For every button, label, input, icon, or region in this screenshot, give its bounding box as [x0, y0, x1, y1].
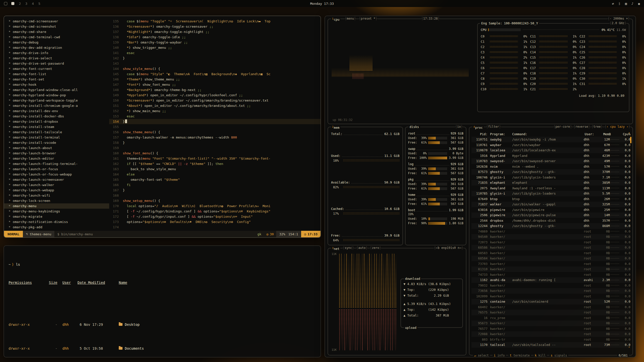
process-row[interactable]: 74733 kworker/ root 0B 0.0	[471, 272, 630, 278]
process-row[interactable]: 71835 elephant elephant dhh 385M 0.0	[471, 180, 630, 186]
code-line[interactable]: 151 *About*) open_in_editor ~/.config/om…	[109, 103, 320, 108]
code-line[interactable]: 136 *Screensaver*) omarchy-toggle-screen…	[109, 24, 320, 29]
code-line[interactable]: 154 }	[109, 119, 320, 124]
file-tree-item[interactable]: *omarchy-install-docker-dbs	[4, 114, 109, 119]
process-row[interactable]: 76575 kworker/ root 0B 0.0	[471, 310, 630, 315]
file-tree-item[interactable]: *omarchy-font-set	[4, 77, 109, 82]
code-line[interactable]: 156 show_theme_menu() {	[109, 129, 320, 135]
reverse-toggle[interactable]: reverse	[573, 125, 590, 129]
process-row[interactable]: 106746 glycin-i /usr/lib/glycin-loaders …	[471, 175, 630, 180]
process-row[interactable]: 2544 dropbox /home/dhh/.dropbox-dist dhh…	[471, 218, 630, 223]
code-line[interactable]: 172 [ -f ~/.config/hypr/input.conf ] && …	[109, 214, 320, 219]
code-line[interactable]: 135 case $(menu "Toggle" "☼ Screensaver\…	[109, 19, 320, 24]
process-row[interactable]: 110751 swaybg /usr/bin/swaybg -i /hom dh…	[471, 137, 630, 142]
code-line[interactable]: 162 if [[ "$theme" == "CNCLD" || -z "$th…	[109, 161, 320, 166]
process-row[interactable]: 110670 localsea /usr/lib/localsearch-ex …	[471, 148, 630, 153]
file-tree-item[interactable]: *omarchy-notification-dismiss	[4, 219, 109, 224]
process-row[interactable]: 73703 kworker/ root 0B 0.0	[471, 261, 630, 267]
process-row[interactable]: 16 rcu_pree root 0B 0.0	[471, 315, 630, 321]
net-zero-button[interactable]: zero	[370, 246, 381, 250]
code-line[interactable]: 145 case $(menu "Style" "◐ Theme\nA Font…	[109, 71, 320, 77]
proc-action-button[interactable]: i info	[493, 354, 506, 357]
code-line[interactable]: 169 show_setup_menu() {	[109, 198, 320, 203]
tree-toggle[interactable]: tree	[591, 125, 603, 129]
file-tree-item[interactable]: *omarchy-install-chromium-google-a	[4, 103, 109, 108]
file-tree-item[interactable]: *omarchy-install-steam	[4, 124, 109, 129]
scrollbar-thumb[interactable]	[630, 137, 631, 143]
code-line[interactable]: 165 omarchy-font-set "$theme"	[109, 177, 320, 182]
scroll-up-icon[interactable]: ↑	[628, 131, 630, 134]
per-core-toggle[interactable]: per-core	[553, 125, 572, 129]
process-row[interactable]: 12244 ghostty /usr/bin/ghostty --gtk- dh…	[471, 223, 630, 229]
terminal-window[interactable]: ~)ls Permissions Size User Date Modified…	[4, 245, 321, 357]
code-line[interactable]: 171 [ -f ~/.config/hypr/bindings.conf ] …	[109, 209, 320, 214]
file-tree-item[interactable]: *omarchy-install-tailscale	[4, 129, 109, 135]
process-row[interactable]: 74869 kworker/ root 0B 0.0	[471, 229, 630, 234]
file-tree-item[interactable]: *omarchy-migrate	[4, 214, 109, 219]
file-tree-item[interactable]: *omarchy-font-current	[4, 66, 109, 71]
file-tree-item[interactable]: *omarchy-drive-select	[4, 56, 109, 61]
file-tree-item[interactable]: *omarchy-lock-screen	[4, 198, 109, 203]
workspace-number[interactable]: 5	[38, 2, 41, 6]
file-tree-item[interactable]: *omarchy-install-dropbox	[4, 119, 109, 124]
proc-action-button[interactable]: ↵ select	[473, 354, 490, 357]
screenshot-region-icon[interactable]	[4, 2, 7, 5]
code-line[interactable]: 157 omarchy-launch-walker -m menus:omarc…	[109, 135, 320, 140]
code-line[interactable]: 137 *Nightlight*) omarchy-toggle-nightli…	[109, 29, 320, 34]
process-row[interactable]: 87573 ghostty /usr/bin/ghostty --gtk- dh…	[471, 169, 630, 175]
file-tree-item[interactable]: *omarchy-launch-or-focus-webapp	[4, 172, 109, 177]
code-line[interactable]: 159	[109, 145, 320, 151]
scroll-down-icon[interactable]: ↓	[628, 345, 630, 348]
code-line[interactable]: 160 show_font_menu() {	[109, 151, 320, 156]
code-line[interactable]: 147 *Font*) show_font_menu ;;	[109, 82, 320, 87]
code-line[interactable]: 163 back_to show_style_menu	[109, 166, 320, 172]
process-row[interactable]: 2075 Xwayland Xwayland :1 -rootless - dh…	[471, 186, 630, 191]
code-line[interactable]: 149 *Hyprland*) open_in_editor ~/.config…	[109, 93, 320, 98]
proc-action-button[interactable]: k kill	[534, 354, 547, 357]
file-tree-item[interactable]: *omarchy-dev-add-migration	[4, 45, 109, 50]
process-row[interactable]: 68586 kworker/ root 0B 0.0	[471, 245, 630, 250]
workspace-number[interactable]: 2	[18, 2, 21, 6]
code-line[interactable]: 158 }	[109, 140, 320, 145]
process-row[interactable]: 72073 kworker/ root 0B 0.0	[471, 240, 630, 245]
code-line[interactable]: 138 *Idle*) omarchy-toggle-idle ;;	[109, 34, 320, 40]
net-auto-button[interactable]: auto	[356, 246, 368, 250]
tray-icon[interactable]: ♪	[631, 2, 633, 6]
code-line[interactable]: 141 esac	[109, 50, 320, 56]
code-line[interactable]: 173 options="$options\n≡ Defaults\n♦ DNS…	[109, 219, 320, 224]
file-tree-item[interactable]: *omarchy-hyprland-window-pop	[4, 93, 109, 98]
tray-icon[interactable]: ▤	[625, 2, 627, 6]
code-line[interactable]: 140 *) show_trigger_menu ;;	[109, 45, 320, 50]
code-line[interactable]: 164 else	[109, 172, 320, 177]
process-row[interactable]: 76577 kworker/ root 0B 0.0	[471, 326, 630, 332]
code-line[interactable]: 139 *Bar*) omarchy-toggle-waybar ;;	[109, 40, 320, 45]
process-row[interactable]: 2506 pipewire /usr/bin/pipewire-pulse dh…	[471, 212, 630, 218]
sort-selector[interactable]: ‹ cpu lazy ›	[605, 125, 630, 129]
code-line[interactable]: 153 esac	[109, 114, 320, 119]
process-row[interactable]: 803 btrfs-tr root 0B 0.0	[471, 337, 630, 342]
file-tree-item[interactable]: *omarchy-drive-info	[4, 50, 109, 56]
workspace-number[interactable]: 3	[25, 2, 28, 6]
file-tree-item[interactable]: *omarchy-launch-floating-terminal-	[4, 161, 109, 166]
code-line[interactable]: 170 local options="♪ Audio\n≋ Wifi\nᛒ Bl…	[109, 203, 320, 209]
code-line[interactable]: 168	[109, 193, 320, 198]
process-row[interactable]: 68583 kworker/ root 0B 0.0	[471, 250, 630, 256]
code-line[interactable]: 166 fi	[109, 182, 320, 188]
file-tree-item[interactable]: *omarchy-menu	[4, 203, 109, 209]
filter-button[interactable]: filter	[486, 125, 501, 129]
file-tree-item[interactable]: *omarchy-launch-about	[4, 145, 109, 151]
process-row[interactable]: 63816 pipewire /usr/bin/pipewire dhh 25M…	[471, 207, 630, 213]
file-tree-item[interactable]: *omarchy-launch-editor	[4, 156, 109, 161]
file-tree-item[interactable]: *omarchy-cmd-share	[4, 29, 109, 34]
file-tree-item[interactable]: *omarchy-cmd-screenshot	[4, 24, 109, 29]
process-row[interactable]: 79032 kworker/ root 0B 0.0	[471, 283, 630, 288]
preset-button[interactable]: preset *	[359, 17, 377, 21]
process-row[interactable]: 110783 swayosd- /usr/bin/swayosd-server …	[471, 158, 630, 164]
process-row[interactable]: 1170 tailscal /usr/sbin/tailscaled -- ro…	[471, 342, 630, 348]
io-tab[interactable]: io	[455, 125, 463, 129]
file-tree-item[interactable]: *omarchy-hyprland-workspace-toggle	[4, 98, 109, 103]
file-tree-item[interactable]: *omarchy-launch-or-focus	[4, 166, 109, 172]
code-line[interactable]: 146 *Theme*) show_theme_menu ;;	[109, 77, 320, 82]
code-line[interactable]: 155	[109, 124, 320, 129]
file-tree-item[interactable]: *omarchy-install-dev-env	[4, 108, 109, 114]
